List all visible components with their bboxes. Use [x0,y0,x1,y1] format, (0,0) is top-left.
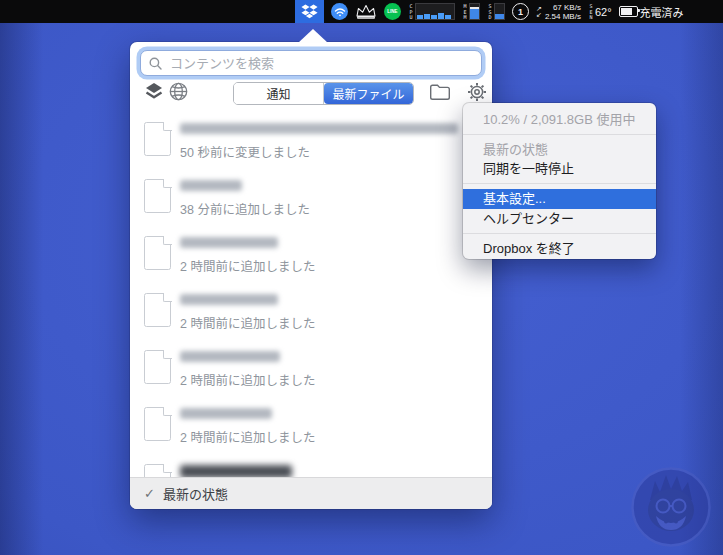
file-timestamp: 50 秒前に変更しました [180,142,310,161]
battery-icon [619,6,638,17]
gear-icon[interactable] [467,82,487,102]
document-icon [144,464,171,478]
crown-icon [355,4,377,19]
cpu-history-graph [415,3,455,20]
menu-item-usage: 10.2% / 2,091.8GB 使用中 [463,110,656,129]
line-app-icon: LINE [384,3,401,20]
document-icon [144,293,171,327]
gear-dropdown-menu: 10.2% / 2,091.8GB 使用中 最新の状態 同期を一時停止 基本設定… [463,103,656,259]
crown-menubar-item[interactable] [355,0,377,23]
menu-item-help-center[interactable]: ヘルプセンター [463,209,656,228]
menu-bar-status-cluster: LINE CPU MEM SSD 1 [295,0,684,23]
document-icon [144,236,171,270]
network-speed-item[interactable]: ↗ ↙ 67 KB/s 2.54 MB/s [536,0,581,23]
menu-separator [463,134,656,135]
one-badge-icon: 1 [512,3,529,20]
monkey-logo-watermark [630,466,712,548]
dropbox-icon [301,4,318,20]
one-circle-menubar-item[interactable]: 1 [512,0,529,23]
file-row[interactable]: 2 時間前に追加しました [130,285,492,342]
temperature-value: 62° [595,6,612,18]
ssd-usage-bar [494,3,505,20]
menu-item-preferences[interactable]: 基本設定... [463,189,656,209]
file-timestamp: 2 時間前に追加しました [180,256,315,275]
file-timestamp: 2 時間前に追加しました [180,370,315,389]
sync-status-bar: ✓ 最新の状態 [130,477,492,509]
sensor-label: SEN [588,3,594,20]
folder-icon[interactable] [429,83,451,101]
cpu-meter[interactable]: CPU [408,0,455,23]
menu-separator [463,183,656,184]
blurred-file-name [180,123,458,134]
macos-menu-bar: LINE CPU MEM SSD 1 [0,0,723,23]
checkmark-icon: ✓ [144,486,155,501]
file-row[interactable]: 38 分前に追加しました [130,171,492,228]
mem-meter[interactable]: MEM [462,0,480,23]
temperature-item[interactable]: SEN 62° [588,0,612,23]
ssd-meter[interactable]: SSD [487,0,505,23]
menu-item-quit[interactable]: Dropbox を終了 [463,239,656,258]
file-row[interactable]: 50 秒前に変更しました [130,114,492,171]
file-row[interactable]: 2 時間前に追加しました [130,228,492,285]
globe-icon[interactable] [169,82,188,101]
line-menubar-item[interactable]: LINE [384,0,401,23]
popover-toolbar: 通知 最新ファイル [130,82,492,106]
blurred-file-name [180,180,242,191]
document-icon [144,407,171,441]
menu-separator [463,233,656,234]
recent-files-list: 50 秒前に変更しました 38 分前に追加しました 2 時間前に追加しました 2… [130,106,492,478]
battery-item[interactable]: 充電済み [619,0,684,23]
wifi-speed-icon [331,3,348,20]
search-icon [149,57,162,70]
search-field-wrap [140,50,482,76]
upload-speed: 67 KB/s [553,3,581,12]
file-timestamp: 2 時間前に追加しました [180,427,315,446]
search-input[interactable] [168,55,473,72]
tabs-segmented-control: 通知 最新ファイル [233,82,414,105]
sync-status-text: 最新の状態 [163,484,228,503]
ssd-label: SSD [487,3,493,20]
blurred-file-name [180,408,272,419]
menu-item-sync-status: 最新の状態 [463,140,656,159]
speedtest-menubar-item[interactable] [331,0,348,23]
mem-label: MEM [462,3,468,20]
network-arrows-icon: ↗ ↙ [536,6,542,18]
popover-arrow [298,29,328,43]
file-timestamp: 38 分前に追加しました [180,199,310,218]
download-speed: 2.54 MB/s [545,12,581,21]
file-timestamp: 2 時間前に追加しました [180,313,315,332]
dropbox-popover: 通知 最新ファイル 50 秒前に変更し [130,42,492,509]
blurred-file-name [180,294,278,305]
mem-usage-bar [469,3,480,20]
blurred-file-name [180,237,278,248]
tab-recent-files[interactable]: 最新ファイル [324,83,413,104]
dropbox-menubar-item[interactable] [295,0,324,23]
document-icon [144,122,171,156]
cpu-label: CPU [408,3,414,20]
menu-item-pause-sync[interactable]: 同期を一時停止 [463,159,656,178]
blurred-file-name [180,351,280,362]
layers-icon[interactable] [144,82,164,101]
file-row[interactable]: 2 時間前に追加しました [130,342,492,399]
file-row[interactable]: 2 時間前に追加しました [130,399,492,456]
tab-notifications[interactable]: 通知 [234,83,324,104]
document-icon [144,179,171,213]
battery-status-text: 充電済み [640,4,684,20]
document-icon [144,350,171,384]
file-row[interactable] [130,456,492,478]
